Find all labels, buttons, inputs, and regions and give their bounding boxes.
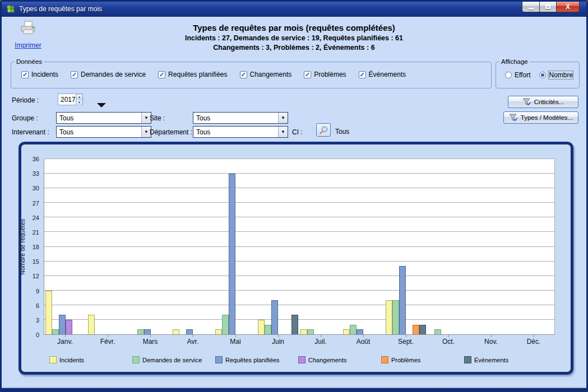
departement-select[interactable]: Tous ▼ <box>193 126 288 138</box>
x-tick-label: Févr. <box>100 338 115 346</box>
bar-incidents <box>173 329 179 334</box>
x-tick <box>534 335 534 337</box>
y-tick-label: 3 <box>24 317 39 324</box>
checkbox-icon: ✓ <box>240 71 247 78</box>
app-window: Types de requêtes par mois X Imprimer Ty… <box>0 0 588 392</box>
y-tick-label: 15 <box>24 258 39 265</box>
x-tick-label: Déc. <box>527 338 541 346</box>
checkbox-requetes-planifiees[interactable]: ✓Requêtes planifiées <box>158 71 227 78</box>
intervenant-label: Intervenant : <box>12 128 49 136</box>
checkbox-incidents[interactable]: ✓Incidents <box>21 71 58 78</box>
title-bar: Types de requêtes par mois X <box>2 2 586 17</box>
checkbox-problemes[interactable]: ✓Problèmes <box>304 71 346 78</box>
periode-label: Période : <box>12 96 39 104</box>
close-icon: X <box>566 3 570 11</box>
bar-requetes-planifiees <box>144 329 151 334</box>
bar-incidents <box>88 315 95 334</box>
close-button[interactable]: X <box>556 2 580 12</box>
groupe-select[interactable]: Tous ▼ <box>56 112 151 124</box>
spinner-down-icon[interactable]: ▼ <box>76 100 82 105</box>
x-tick-label: Avr. <box>187 338 198 346</box>
bar-requetes-planifiees <box>356 329 363 334</box>
checkbox-changements[interactable]: ✓Changements <box>240 71 292 78</box>
site-select[interactable]: Tous ▼ <box>193 112 288 124</box>
legend-swatch <box>132 356 140 363</box>
groupe-label: Groupe : <box>12 114 38 122</box>
bar-incidents <box>343 329 350 334</box>
donnees-groupbox: Données ✓Incidents✓Demandes de service✓R… <box>11 58 492 88</box>
legend-label: Demandes de service <box>142 357 202 363</box>
subtitle-line1: Incidents : 27, Demandes de service : 19… <box>2 34 586 42</box>
minimize-icon <box>529 8 534 10</box>
search-icon <box>319 125 328 135</box>
ci-label: CI : <box>292 128 303 136</box>
ci-search-button[interactable] <box>316 123 331 137</box>
x-tick-label: Janv. <box>57 338 73 346</box>
x-tick-label: Mai <box>230 338 240 346</box>
checkbox-label: Événements <box>369 71 406 78</box>
chart-panel: Nombre de requêtes 036912151821242730333… <box>18 142 573 375</box>
x-tick-label: Oct. <box>442 338 455 346</box>
x-tick <box>278 335 279 337</box>
y-tick-label: 33 <box>24 170 39 177</box>
bar-demandes-de-service <box>137 329 144 334</box>
minimize-button[interactable] <box>522 2 539 12</box>
departement-value: Tous <box>193 127 278 137</box>
radio-effort[interactable]: Effort <box>505 71 530 79</box>
bar-group-mai <box>215 159 256 334</box>
criticites-button[interactable]: Criticités... <box>508 96 578 108</box>
affichage-groupbox: Affichage EffortNombre <box>496 58 580 88</box>
affichage-radios: EffortNombre <box>496 65 579 79</box>
y-tick-label: 12 <box>24 273 39 279</box>
checkbox-icon: ✓ <box>304 71 311 78</box>
y-tick-label: 0 <box>24 332 39 338</box>
affichage-legend: Affichage <box>499 58 530 65</box>
bar-group-mars <box>131 159 171 334</box>
bar-evenements <box>419 325 426 334</box>
collapse-arrow-icon[interactable] <box>97 103 106 108</box>
types-modeles-button[interactable]: Types / Modèles... <box>503 111 578 124</box>
legend-label: Problèmes <box>391 357 421 363</box>
x-tick-label: Juil. <box>314 338 326 346</box>
bar-group-janv <box>45 159 86 334</box>
checkbox-demandes-de-service[interactable]: ✓Demandes de service <box>71 71 146 78</box>
x-tick <box>363 335 364 337</box>
bar-evenements <box>291 315 298 334</box>
intervenant-select[interactable]: Tous ▼ <box>56 126 151 138</box>
bar-demandes-de-service <box>52 329 59 334</box>
x-tick <box>65 335 66 337</box>
bar-demandes-de-service <box>265 325 271 334</box>
bar-group-fevr <box>88 159 128 334</box>
radio-nombre[interactable]: Nombre <box>539 71 573 79</box>
maximize-icon <box>545 4 550 9</box>
legend-label: Incidents <box>59 357 84 363</box>
funnel-icon <box>509 114 517 122</box>
periode-spinner[interactable]: 2017 ▲ ▼ <box>58 94 83 105</box>
x-tick <box>150 335 151 337</box>
dropdown-arrow-icon[interactable]: ▼ <box>278 127 288 137</box>
legend-swatch <box>215 356 223 363</box>
window-content: Imprimer Types de requêtes par mois (req… <box>2 17 586 388</box>
x-tick-label: Juin <box>272 338 284 346</box>
radio-icon <box>505 72 512 78</box>
groupe-value: Tous <box>57 113 141 123</box>
legend-swatch <box>298 356 305 363</box>
window-title: Types de requêtes par mois <box>19 5 102 13</box>
y-tick-label: 18 <box>24 244 39 250</box>
checkbox-label: Changements <box>250 71 292 78</box>
donnees-checkboxes: ✓Incidents✓Demandes de service✓Requêtes … <box>11 65 491 78</box>
spinner-up-icon[interactable]: ▲ <box>76 94 82 100</box>
legend-item-problemes: Problèmes <box>381 356 464 363</box>
bar-demandes-de-service <box>350 325 356 334</box>
funnel-icon <box>522 98 531 106</box>
dropdown-arrow-icon[interactable]: ▼ <box>278 113 288 123</box>
checkbox-evenements[interactable]: ✓Événements <box>359 71 406 78</box>
chart-legend: IncidentsDemandes de serviceRequêtes pla… <box>49 356 547 363</box>
y-tick-label: 9 <box>24 288 39 295</box>
bar-incidents <box>215 329 222 334</box>
bar-requetes-planifiees <box>271 300 278 334</box>
y-axis-labels: 0369121518212427303336 <box>24 159 42 335</box>
bar-demandes-de-service <box>434 329 441 334</box>
criticites-label: Criticités... <box>534 99 564 105</box>
maximize-button[interactable] <box>539 2 556 12</box>
